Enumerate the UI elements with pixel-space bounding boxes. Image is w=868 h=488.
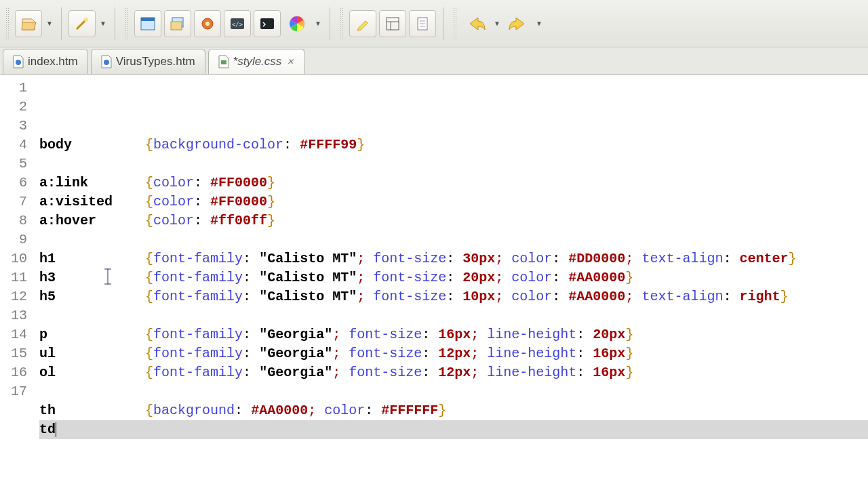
line-number: 3 [0,117,27,136]
svg-text:</>: </> [232,21,243,28]
line-number-gutter: 1234567891011121314151617 [0,75,33,488]
svg-point-19 [104,60,109,65]
close-icon[interactable]: ✕ [285,57,295,66]
tab-label: VirusTypes.htm [116,55,195,68]
code-line[interactable]: td [39,420,868,439]
line-number: 10 [0,249,27,268]
settings-button[interactable] [194,10,221,37]
tab-style-css[interactable]: *style.css ✕ [208,49,306,74]
code-line[interactable]: p {font-family: "Georgia"; font-size: 16… [39,325,868,344]
svg-rect-4 [171,22,182,30]
dropdown-arrow-icon[interactable]: ▼ [492,20,502,27]
line-number: 7 [0,192,27,211]
back-arrow-icon [465,14,488,34]
line-number: 6 [0,174,27,192]
line-number: 12 [0,287,27,306]
line-number: 14 [0,325,27,344]
code-line[interactable]: th {background: #AA0000; color: #FFFFFF} [39,401,868,420]
svg-rect-20 [221,60,226,64]
toolbar-grip[interactable] [125,7,129,40]
css-file-icon [218,55,229,68]
forward-arrow-icon [507,14,530,34]
dropdown-arrow-icon[interactable]: ▼ [98,20,108,27]
color-wheel-icon [288,14,307,33]
svg-point-6 [205,22,210,26]
dropdown-arrow-icon[interactable]: ▼ [534,20,544,27]
line-number: 4 [0,136,27,155]
highlighter-button[interactable] [349,10,376,37]
color-picker-button[interactable] [283,10,311,37]
layout-icon [384,16,401,32]
code-line[interactable] [39,306,868,325]
code-line[interactable]: ul {font-family: "Georgia"; font-size: 1… [39,344,868,363]
svg-point-0 [84,18,88,22]
gear-icon [199,16,216,32]
line-number: 5 [0,155,27,174]
dropdown-arrow-icon[interactable]: ▼ [313,20,323,27]
terminal-button[interactable] [254,10,281,37]
forward-button[interactable] [505,10,532,37]
svg-point-18 [16,60,21,65]
code-line[interactable]: body {background-color: #FFFF99} [39,136,868,155]
code-line[interactable] [39,230,868,249]
svg-rect-11 [387,18,399,30]
line-number: 16 [0,363,27,382]
tab-label: *style.css [233,55,282,68]
page-button[interactable] [409,10,436,37]
line-number: 13 [0,306,27,325]
toolbar-grip[interactable] [5,7,9,40]
line-number: 17 [0,382,27,401]
terminal-icon [259,16,275,32]
code-line[interactable]: h5 {font-family: "Calisto MT"; font-size… [39,287,868,306]
text-cursor-indicator [107,268,108,285]
window-button-2[interactable] [164,10,191,37]
code-line[interactable] [39,439,868,458]
wand-button[interactable] [68,10,96,37]
tab-virustypes[interactable]: VirusTypes.htm [91,49,205,74]
line-number: 11 [0,268,27,287]
svg-rect-2 [141,18,155,21]
toolbar: ▼ ▼ </> ▼ ▼ ▼ [0,0,868,47]
line-number: 1 [0,79,27,98]
code-line[interactable]: ol {font-family: "Georgia"; font-size: 1… [39,363,868,382]
new-file-button[interactable] [15,10,42,37]
tab-label: index.htm [28,55,78,68]
line-number: 15 [0,344,27,363]
highlighter-icon [355,16,371,32]
svg-rect-9 [260,18,274,29]
code-area[interactable]: body {background-color: #FFFF99}a:link {… [33,75,868,488]
wand-icon [74,16,90,32]
window-icon [140,16,156,32]
code-line[interactable]: h1 {font-family: "Calisto MT"; font-size… [39,249,868,268]
code-line[interactable]: a:visited {color: #FF0000} [39,192,868,211]
tab-index[interactable]: index.htm [3,49,88,74]
page-icon [414,16,431,32]
html-file-icon [101,55,112,68]
code-line[interactable] [39,155,868,174]
line-number: 8 [0,211,27,230]
line-number: 9 [0,230,27,249]
line-number: 2 [0,98,27,117]
code-icon: </> [229,16,245,32]
toolbar-grip[interactable] [453,7,457,40]
back-button[interactable] [462,10,490,37]
dropdown-arrow-icon[interactable]: ▼ [45,20,54,27]
code-line[interactable]: h3 {font-family: "Calisto MT"; font-size… [39,268,868,287]
tab-bar: index.htm VirusTypes.htm *style.css ✕ [0,47,868,75]
code-line[interactable]: a:link {color: #FF0000} [39,174,868,192]
html-file-icon [13,55,24,68]
code-line[interactable]: a:hover {color: #ff00ff} [39,211,868,230]
code-line[interactable] [39,382,868,401]
source-button[interactable]: </> [224,10,251,37]
editor: 1234567891011121314151617 body {backgrou… [0,75,868,488]
layout-button[interactable] [379,10,406,37]
window-button-1[interactable] [134,10,161,37]
toolbar-grip[interactable] [340,7,344,40]
file-open-icon [20,16,37,32]
window-stack-icon [170,16,186,32]
